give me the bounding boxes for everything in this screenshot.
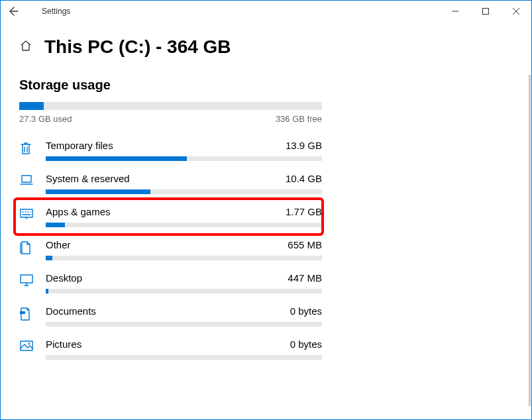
back-arrow-icon	[9, 6, 19, 17]
category-size: 0 bytes	[290, 305, 322, 317]
svg-rect-2	[21, 209, 32, 217]
overall-usage-labels: 27.3 GB used 336 GB free	[19, 114, 322, 124]
category-name: Pictures	[46, 339, 81, 350]
picture-icon	[19, 339, 46, 352]
category-list: Temporary files13.9 GBSystem & reserved1…	[19, 134, 322, 366]
svg-rect-4	[20, 311, 25, 314]
page-header: This PC (C:) - 364 GB	[1, 22, 531, 58]
category-size: 13.9 GB	[286, 140, 322, 151]
category-name: Documents	[46, 305, 96, 317]
svg-rect-0	[483, 9, 489, 15]
category-size: 10.4 GB	[286, 173, 322, 184]
section-title: Storage usage	[19, 78, 322, 93]
svg-point-6	[28, 343, 30, 345]
trash-icon	[19, 140, 46, 156]
category-bar	[46, 256, 322, 260]
window-controls	[440, 1, 531, 22]
category-bar-fill	[46, 156, 187, 161]
svg-rect-1	[22, 176, 31, 182]
category-name: Apps & games	[46, 206, 111, 217]
category-size: 655 MB	[288, 239, 322, 250]
back-button[interactable]	[9, 6, 30, 17]
category-size: 1.77 GB	[286, 206, 322, 217]
used-label: 27.3 GB used	[19, 114, 72, 124]
category-name: System & reserved	[46, 173, 130, 184]
laptop-icon	[19, 173, 46, 186]
storage-category-system-reserved[interactable]: System & reserved10.4 GB	[19, 168, 322, 201]
monitor-icon	[19, 272, 46, 287]
category-bar	[46, 223, 322, 227]
category-bar	[46, 289, 322, 293]
keyboard-icon	[19, 206, 46, 219]
overall-usage-bar	[19, 102, 322, 110]
category-bar	[46, 189, 322, 194]
category-name: Desktop	[46, 272, 82, 284]
storage-content: Storage usage 27.3 GB used 336 GB free T…	[1, 58, 322, 366]
category-name: Temporary files	[46, 140, 113, 151]
category-bar-fill	[46, 189, 150, 194]
scrollbar[interactable]	[529, 75, 531, 406]
minimize-button[interactable]	[440, 1, 470, 22]
category-bar-fill	[46, 223, 65, 227]
storage-category-desktop[interactable]: Desktop447 MB	[19, 267, 322, 300]
page-title: This PC (C:) - 364 GB	[44, 36, 231, 58]
home-icon[interactable]	[19, 39, 32, 55]
close-button[interactable]	[501, 1, 531, 22]
titlebar: Settings	[1, 1, 531, 22]
app-title: Settings	[42, 7, 70, 16]
maximize-button[interactable]	[470, 1, 501, 22]
svg-rect-5	[21, 341, 32, 350]
storage-category-pictures[interactable]: Pictures0 bytes	[19, 333, 322, 366]
svg-rect-3	[21, 275, 32, 283]
category-name: Other	[46, 239, 71, 250]
free-label: 336 GB free	[276, 114, 322, 124]
maximize-icon	[482, 8, 489, 15]
category-size: 0 bytes	[290, 339, 322, 350]
category-size: 447 MB	[288, 272, 322, 284]
storage-category-other[interactable]: Other655 MB	[19, 234, 322, 267]
storage-category-apps-games[interactable]: Apps & games1.77 GB	[19, 201, 322, 234]
storage-category-temporary-files[interactable]: Temporary files13.9 GB	[19, 134, 322, 168]
category-bar	[46, 355, 322, 360]
category-bar	[46, 322, 322, 327]
file-icon	[19, 239, 46, 255]
document-icon	[19, 305, 46, 321]
minimize-icon	[452, 8, 458, 15]
category-bar-fill	[46, 256, 52, 260]
overall-usage-fill	[19, 102, 44, 110]
category-bar-fill	[46, 289, 48, 293]
category-bar	[46, 156, 322, 161]
storage-category-documents[interactable]: Documents0 bytes	[19, 300, 322, 333]
close-icon	[513, 8, 519, 15]
